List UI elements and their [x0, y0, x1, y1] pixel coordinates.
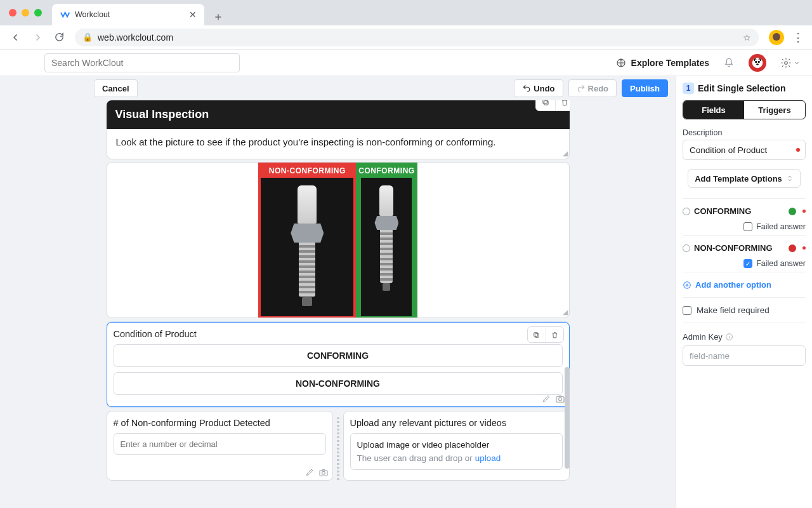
form-canvas: Visual Inspection Look at the picture to…: [107, 100, 570, 508]
svg-point-2: [755, 60, 757, 62]
failed-answer-row[interactable]: Failed answer: [683, 222, 806, 231]
info-icon[interactable]: [725, 333, 733, 341]
lock-icon: 🔒: [82, 32, 93, 42]
failed-answer-row[interactable]: ✓ Failed answer: [683, 259, 806, 268]
count-input[interactable]: [114, 433, 326, 455]
description-input[interactable]: Condition of Product: [683, 140, 806, 160]
checkbox-icon[interactable]: [743, 222, 752, 231]
browser-menu-icon[interactable]: ⋮: [789, 30, 807, 44]
pencil-icon[interactable]: [305, 467, 315, 477]
settings-menu[interactable]: [780, 57, 801, 69]
two-column-row: # of Non-conforming Product Detected Upl…: [107, 411, 570, 481]
window-controls[interactable]: [9, 9, 42, 17]
chevron-down-icon: [793, 59, 801, 67]
pencil-icon[interactable]: [542, 394, 551, 403]
scrollbar-track[interactable]: [565, 100, 570, 508]
camera-icon[interactable]: [318, 467, 329, 478]
checkbox-icon[interactable]: ✓: [743, 259, 752, 268]
upload-card[interactable]: Upload any relevant pictures or videos U…: [343, 411, 570, 481]
reference-image-panel[interactable]: NON-CONFORMING CONFORMING ◢: [107, 162, 570, 318]
trash-icon: [551, 331, 559, 339]
tab-triggers[interactable]: Triggers: [744, 101, 805, 119]
svg-point-1: [752, 57, 763, 68]
option-row-nonconforming[interactable]: NON-CONFORMING ✓ Failed answer: [683, 235, 806, 272]
section-description[interactable]: Look at the picture to see if the produc…: [107, 129, 570, 159]
copy-icon: [541, 100, 550, 107]
sort-icon: [786, 175, 794, 182]
explore-templates-link[interactable]: Explore Templates: [616, 58, 709, 68]
undo-icon: [522, 84, 531, 93]
app-header: Explore Templates: [0, 50, 812, 76]
condition-card[interactable]: Condition of Product CONFORMING NON-CONF…: [107, 322, 570, 407]
browser-tab[interactable]: Workclout ✕: [52, 4, 204, 25]
color-swatch[interactable]: [789, 244, 796, 252]
notifications-icon[interactable]: [723, 57, 735, 69]
card-title: # of Non-conforming Product Detected: [114, 418, 326, 428]
forward-button[interactable]: [27, 29, 48, 46]
make-required-row[interactable]: Make field required: [683, 298, 806, 323]
svg-point-11: [558, 398, 561, 401]
tab-title: Workclout: [75, 10, 189, 19]
back-button[interactable]: [5, 29, 27, 46]
org-avatar[interactable]: [749, 54, 766, 72]
add-another-option-link[interactable]: Add another option: [683, 272, 806, 298]
card-foot-icons: [542, 394, 565, 404]
new-tab-button[interactable]: ＋: [209, 8, 227, 25]
step-number: 1: [683, 83, 694, 94]
redo-button[interactable]: Redo: [568, 79, 617, 97]
required-dot-icon: [802, 210, 806, 213]
address-bar[interactable]: 🔒 web.workclout.com ☆: [75, 29, 759, 46]
upload-link[interactable]: upload: [475, 453, 501, 463]
editor-toolbar: Cancel Undo Redo Publish: [0, 76, 676, 100]
card-title: Condition of Product: [114, 329, 563, 339]
profile-avatar[interactable]: [769, 30, 784, 45]
reload-button[interactable]: [48, 29, 70, 46]
delete-card-button[interactable]: [546, 327, 563, 342]
search-field[interactable]: [51, 58, 233, 68]
duplicate-card-button[interactable]: [528, 327, 546, 342]
upload-dropzone[interactable]: Upload image or video placeholder The us…: [350, 433, 563, 470]
minimize-window-icon[interactable]: [22, 9, 29, 17]
conforming-image: [361, 178, 412, 316]
card-title: Upload any relevant pictures or videos: [350, 418, 563, 428]
option-conforming[interactable]: CONFORMING: [114, 344, 563, 367]
add-template-options-button[interactable]: Add Template Options: [688, 169, 801, 188]
upload-box-sub: The user can drag and drop or upload: [357, 453, 556, 463]
radio-icon[interactable]: [683, 208, 690, 215]
panel-title-text: Edit Single Selection: [698, 83, 785, 93]
option-row-conforming[interactable]: CONFORMING Failed answer: [683, 198, 806, 235]
color-swatch[interactable]: [789, 208, 796, 215]
radio-icon[interactable]: [683, 244, 690, 252]
explore-templates-label: Explore Templates: [631, 58, 709, 68]
close-window-icon[interactable]: [9, 9, 16, 17]
tab-fields[interactable]: Fields: [683, 101, 744, 119]
undo-button[interactable]: Undo: [514, 79, 563, 97]
checkbox-icon[interactable]: [683, 306, 691, 315]
svg-rect-6: [544, 101, 547, 105]
cancel-button[interactable]: Cancel: [94, 79, 138, 97]
publish-button[interactable]: Publish: [622, 79, 668, 97]
panel-title: 1 Edit Single Selection: [683, 83, 806, 94]
tab-bar: Workclout ✕ ＋: [0, 0, 812, 25]
admin-key-input[interactable]: field-name: [683, 345, 806, 366]
svg-point-5: [785, 61, 788, 64]
svg-point-13: [322, 471, 325, 474]
resize-grip-icon[interactable]: [337, 417, 339, 481]
section-header[interactable]: Visual Inspection: [107, 100, 570, 129]
search-input[interactable]: [44, 53, 240, 72]
option-label: CONFORMING: [694, 206, 751, 216]
svg-point-3: [758, 60, 760, 62]
camera-icon[interactable]: [555, 394, 565, 404]
gear-icon: [780, 57, 792, 69]
duplicate-section-button[interactable]: [536, 100, 555, 110]
nonconforming-label: NON-CONFORMING: [269, 165, 346, 178]
required-dot-icon: [802, 246, 806, 250]
option-nonconforming[interactable]: NON-CONFORMING: [114, 372, 563, 395]
count-card[interactable]: # of Non-conforming Product Detected: [107, 411, 333, 481]
section-title: Visual Inspection: [115, 108, 209, 121]
maximize-window-icon[interactable]: [34, 9, 42, 17]
close-tab-icon[interactable]: ✕: [189, 10, 197, 20]
bookmark-star-icon[interactable]: ☆: [743, 32, 751, 43]
scrollbar-thumb[interactable]: [565, 367, 570, 469]
card-foot-icons: [305, 467, 329, 478]
